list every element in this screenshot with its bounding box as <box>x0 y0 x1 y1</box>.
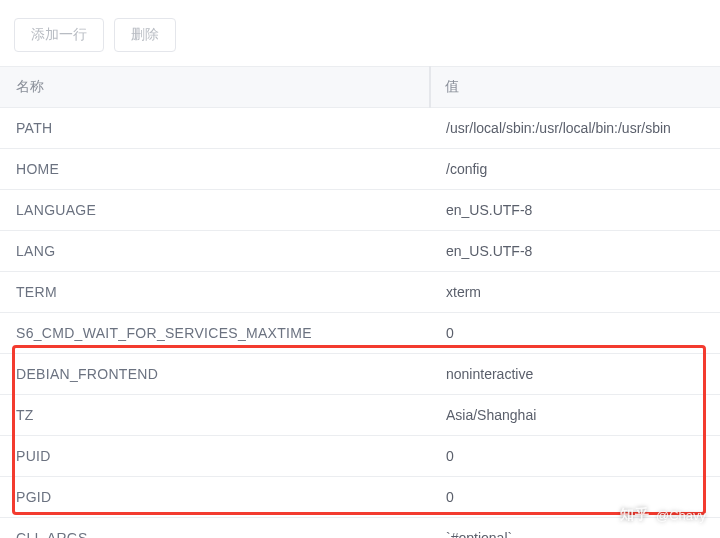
env-name-cell: LANG <box>0 231 430 272</box>
env-value-cell: noninteractive <box>430 354 720 395</box>
env-name-cell: PUID <box>0 436 430 477</box>
env-name-cell: TZ <box>0 395 430 436</box>
table-row[interactable]: DEBIAN_FRONTEND noninteractive <box>0 354 720 395</box>
table-row[interactable]: PUID 0 <box>0 436 720 477</box>
env-value-cell: 0 <box>430 313 720 354</box>
env-name-cell: DEBIAN_FRONTEND <box>0 354 430 395</box>
env-name-cell: HOME <box>0 149 430 190</box>
env-name-cell: LANGUAGE <box>0 190 430 231</box>
env-value-cell: /config <box>430 149 720 190</box>
env-table-wrap: 名称 值 PATH /usr/local/sbin:/usr/local/bin… <box>0 66 720 538</box>
env-name-cell: S6_CMD_WAIT_FOR_SERVICES_MAXTIME <box>0 313 430 354</box>
delete-button[interactable]: 删除 <box>114 18 176 52</box>
table-row[interactable]: TERM xterm <box>0 272 720 313</box>
env-value-cell: Asia/Shanghai <box>430 395 720 436</box>
column-header-name[interactable]: 名称 <box>0 67 430 108</box>
env-value-cell: xterm <box>430 272 720 313</box>
table-row[interactable]: PATH /usr/local/sbin:/usr/local/bin:/usr… <box>0 108 720 149</box>
env-name-cell: PGID <box>0 477 430 518</box>
column-header-value[interactable]: 值 <box>430 67 720 108</box>
env-name-cell: PATH <box>0 108 430 149</box>
table-row[interactable]: S6_CMD_WAIT_FOR_SERVICES_MAXTIME 0 <box>0 313 720 354</box>
table-row[interactable]: TZ Asia/Shanghai <box>0 395 720 436</box>
toolbar: 添加一行 删除 <box>0 0 720 66</box>
env-value-cell: `#optional` <box>430 518 720 539</box>
env-name-cell: CLI_ARGS <box>0 518 430 539</box>
env-value-cell: /usr/local/sbin:/usr/local/bin:/usr/sbin <box>430 108 720 149</box>
table-row[interactable]: CLI_ARGS `#optional` <box>0 518 720 539</box>
table-row[interactable]: PGID 0 <box>0 477 720 518</box>
env-table: 名称 值 PATH /usr/local/sbin:/usr/local/bin… <box>0 66 720 538</box>
env-name-cell: TERM <box>0 272 430 313</box>
env-value-cell: 0 <box>430 436 720 477</box>
table-row[interactable]: HOME /config <box>0 149 720 190</box>
env-value-cell: en_US.UTF-8 <box>430 231 720 272</box>
table-header-row: 名称 值 <box>0 67 720 108</box>
env-value-cell: 0 <box>430 477 720 518</box>
table-row[interactable]: LANGUAGE en_US.UTF-8 <box>0 190 720 231</box>
add-row-button[interactable]: 添加一行 <box>14 18 104 52</box>
env-value-cell: en_US.UTF-8 <box>430 190 720 231</box>
table-row[interactable]: LANG en_US.UTF-8 <box>0 231 720 272</box>
